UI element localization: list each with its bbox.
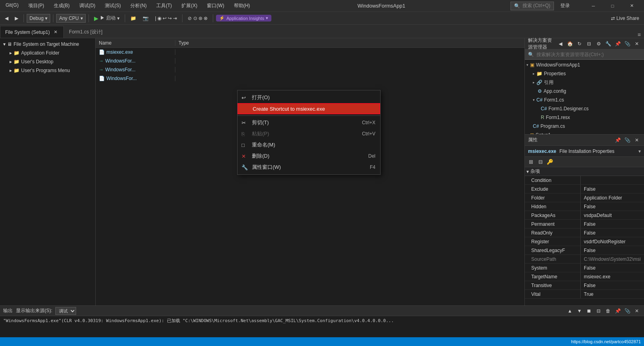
sol-properties[interactable]: ▸ 📁 Properties (525, 69, 644, 78)
file-row-2[interactable]: → WindowsFor... (96, 65, 524, 74)
output-scroll-down[interactable]: ▼ (575, 307, 583, 315)
props-pin[interactable]: 📌 (614, 136, 622, 144)
props-system[interactable]: System False (525, 264, 644, 272)
output-pin2[interactable]: 📎 (623, 307, 631, 315)
props-sharedlegacy[interactable]: SharedLegacyF False (525, 246, 644, 255)
sol-form1-cs[interactable]: ▾ C# Form1.cs (525, 96, 644, 104)
props-vital[interactable]: Vital True (525, 290, 644, 299)
menu-bar: Git(G) 项目(P) 生成(B) 调试(D) 测试(S) 分析(N) 工具(… (3, 2, 252, 10)
output-title: 输出 (3, 307, 13, 314)
cpu-dropdown[interactable]: Any CPU ▾ (56, 14, 85, 23)
sol-pin[interactable]: 📌 (614, 40, 622, 48)
sol-refresh[interactable]: ↻ (575, 40, 583, 48)
props-exclude[interactable]: Exclude False (525, 185, 644, 194)
ctx-create-shortcut[interactable]: Create Shortcut to msiexec.exe (238, 103, 380, 114)
sol-form1-resx[interactable]: R Form1.resx (525, 113, 644, 122)
props-sourcepath[interactable]: SourcePath C:\Windows\System32\msi (525, 255, 644, 264)
col-header-type: Type (175, 40, 223, 46)
tab-file-system-close[interactable]: ✕ (52, 29, 59, 35)
props-hidden[interactable]: Hidden False (525, 202, 644, 211)
tree-item-desktop[interactable]: ▸ 📁 User's Desktop (0, 57, 95, 66)
app-folder-icon: 📁 (14, 50, 20, 56)
ctx-paste[interactable]: ⎘ 粘贴(P) Ctrl+V (238, 128, 380, 139)
menu-tools[interactable]: 工具(T) (154, 2, 174, 10)
ctx-properties[interactable]: 🔧 属性窗口(W) F4 (238, 162, 380, 173)
props-folder-value: Application Folder (581, 195, 644, 201)
output-stop[interactable]: ⏹ (585, 307, 593, 315)
tab-settings-icon[interactable]: ≡ (638, 31, 641, 38)
tree-item-programs-menu[interactable]: ▸ 📁 User's Programs Menu (0, 66, 95, 75)
props-readonly[interactable]: ReadOnly False (525, 229, 644, 237)
props-permanent[interactable]: Permanent False (525, 220, 644, 229)
output-source-dropdown[interactable]: 调试 (55, 307, 76, 315)
sol-settings[interactable]: ⚙ (595, 40, 603, 48)
menu-build[interactable]: 生成(B) (51, 2, 72, 10)
minimize-button[interactable]: ─ (584, 0, 603, 12)
props-packageas[interactable]: PackageAs vsdpaDefault (525, 211, 644, 220)
start-button[interactable]: ▶ ▶ 启动 ▾ (92, 14, 122, 23)
props-sort-icon[interactable]: ⊟ (536, 158, 545, 166)
sol-program-cs[interactable]: C# Program.cs (525, 122, 644, 131)
sol-form1-designer[interactable]: C# Form1.Designer.cs (525, 104, 644, 113)
menu-analyze[interactable]: 分析(N) (128, 2, 149, 10)
output-clear[interactable]: 🗑 (604, 307, 612, 315)
output-close[interactable]: ✕ (633, 307, 641, 315)
sol-pin2[interactable]: 📎 (623, 40, 631, 48)
ctx-cut[interactable]: ✂ 剪切(T) Ctrl+X (238, 117, 380, 128)
more-toolbar-buttons[interactable]: ⊘ ⊙ ⊛ ⊗ (185, 14, 210, 23)
tab-form1-designer[interactable]: Form1.cs [设计] (64, 26, 108, 38)
ctx-open[interactable]: ↩ 打开(O) (238, 92, 380, 103)
menu-extend[interactable]: 扩展(X) (179, 2, 200, 10)
sol-close[interactable]: ✕ (633, 40, 641, 48)
props-pin2[interactable]: 📎 (623, 136, 631, 144)
menu-help[interactable]: 帮助(H) (232, 2, 253, 10)
tree-root[interactable]: ▾ 🖥 File System on Target Machine (0, 40, 95, 49)
sol-setup1[interactable]: ▾ ⊞ Setup1 (525, 131, 644, 134)
status-url[interactable]: https://blog.csdn.net/partco4502871 (571, 339, 641, 344)
ctx-rename[interactable]: □ 重命名(M) (238, 139, 380, 151)
sol-home[interactable]: 🏠 (566, 40, 574, 48)
nav-back-button[interactable]: ◀ (2, 14, 11, 23)
sol-solution[interactable]: ▾ ▣ WindowsFormsApp1 (525, 61, 644, 69)
toolbar-misc-buttons[interactable]: |◉↩↪⇥ (153, 14, 179, 23)
props-close[interactable]: ✕ (633, 136, 641, 144)
menu-test[interactable]: 测试(S) (102, 2, 123, 10)
props-dropdown-icon[interactable]: ▾ (638, 149, 641, 154)
tab-file-system[interactable]: File System (Setup1) ✕ (0, 26, 64, 38)
sol-arrow-left[interactable]: ◀ (556, 40, 564, 48)
output-scroll-up[interactable]: ▲ (566, 307, 574, 315)
props-key-icon[interactable]: 🔑 (546, 158, 554, 166)
output-pin[interactable]: 📌 (614, 307, 622, 315)
solution-search-input[interactable] (536, 52, 641, 57)
output-filter[interactable]: ⊟ (595, 307, 603, 315)
debug-config-dropdown[interactable]: Debug ▾ (27, 14, 50, 23)
live-share-button[interactable]: ⇄ Live Share (609, 14, 642, 23)
close-button[interactable]: ✕ (622, 0, 641, 12)
file-row-1[interactable]: → WindowsFor... (96, 57, 524, 65)
menu-project[interactable]: 项目(P) (26, 2, 47, 10)
menu-window[interactable]: 窗口(W) (204, 2, 226, 10)
props-register[interactable]: Register vsdrfDoNotRegister (525, 237, 644, 246)
search-box-title[interactable]: 🔍 搜索 (Ctrl+Q) (510, 2, 554, 10)
ctx-delete[interactable]: ✕ 删除(D) Del (238, 151, 380, 162)
login-button[interactable]: 登录 (560, 2, 570, 9)
sol-wrench[interactable]: 🔧 (604, 40, 612, 48)
props-condition[interactable]: Condition (525, 176, 644, 185)
menu-git[interactable]: Git(G) (3, 2, 21, 10)
props-folder[interactable]: Folder Application Folder (525, 194, 644, 202)
props-transitive[interactable]: Transitive False (525, 281, 644, 290)
file-row-0[interactable]: 📄 msiexec.exe (96, 48, 524, 57)
nav-forward-button[interactable]: ▶ (12, 14, 21, 23)
folder-open-button[interactable]: 📁 (128, 14, 139, 23)
menu-debug[interactable]: 调试(D) (77, 2, 98, 10)
props-targetname[interactable]: TargetName msiexec.exe (525, 272, 644, 281)
props-grid-icon[interactable]: ⊞ (526, 158, 535, 166)
sol-refs[interactable]: ▸ 🔗 引用 (525, 78, 644, 87)
screenshot-button[interactable]: 📷 (140, 14, 151, 23)
maximize-button[interactable]: □ (603, 0, 622, 12)
sol-app-config[interactable]: ⚙ App.config (525, 87, 644, 96)
application-insights-button[interactable]: ⚡ Application Insights ▾ (216, 15, 271, 22)
tree-item-app-folder[interactable]: ▸ 📁 Application Folder (0, 49, 95, 57)
sol-collapse[interactable]: ⊟ (585, 40, 593, 48)
file-row-3[interactable]: 📄 WindowsFor... (96, 74, 524, 83)
